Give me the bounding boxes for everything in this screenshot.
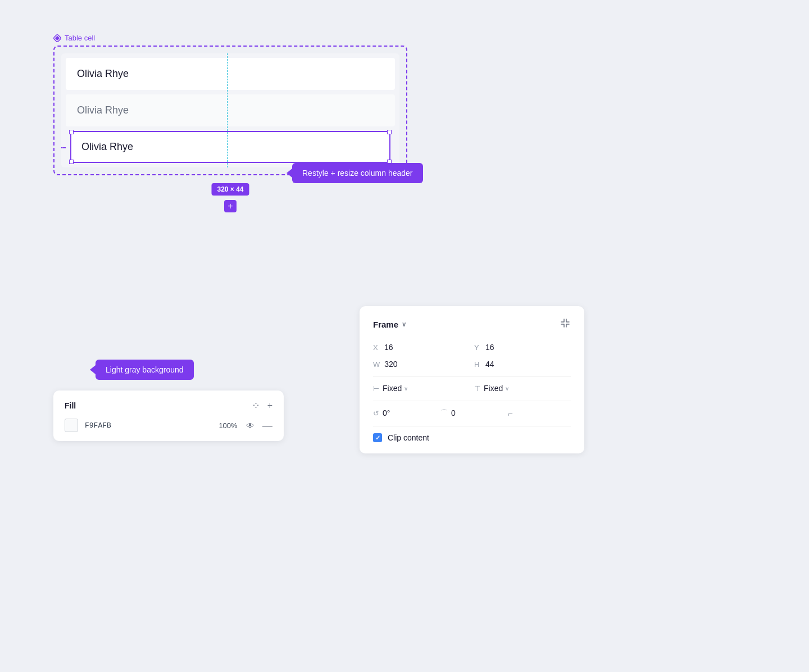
w-label: W <box>373 360 380 369</box>
left-dashed-indicator <box>61 147 66 148</box>
frame-panel-header: Frame ∨ <box>373 317 571 332</box>
add-icon[interactable]: + <box>224 200 237 212</box>
svg-rect-1 <box>55 35 60 40</box>
frame-xy-grid: X 16 Y 16 W 320 H 44 <box>373 343 571 369</box>
width-constraint-value: Fixed <box>383 384 402 393</box>
color-swatch[interactable] <box>65 419 78 432</box>
handle-tr <box>387 130 392 134</box>
clip-content-checkbox[interactable] <box>373 433 382 442</box>
table-row-3-selected: Olivia Rhye <box>70 131 390 163</box>
fill-label: Fill <box>65 401 76 410</box>
y-value: 16 <box>485 343 494 352</box>
rotation-value: 0° <box>383 408 390 417</box>
corner-radius-value: 0 <box>451 408 456 417</box>
fill-panel: Fill ⁘ + F9FAFB 100% 👁 — <box>53 391 284 441</box>
frame-w-field: W 320 <box>373 360 470 369</box>
height-constraint-icon: ⊤ <box>474 384 480 393</box>
frame-title: Frame ∨ <box>373 320 406 329</box>
fill-row-icons: 👁 — <box>246 420 272 432</box>
height-constraint-field: ⊤ Fixed ∨ <box>474 384 571 393</box>
width-constraint-chevron: ∨ <box>404 385 408 392</box>
width-constraint-field: ⊢ Fixed ∨ <box>373 384 470 393</box>
height-constraint-chevron: ∨ <box>505 385 509 392</box>
size-badge: 320 × 44 <box>211 183 249 196</box>
fill-add-icon[interactable]: + <box>267 401 272 411</box>
diamond-icon <box>53 34 61 42</box>
frame-x-field: X 16 <box>373 343 470 352</box>
table-row-1: Olivia Rhye <box>66 58 395 90</box>
h-value: 44 <box>485 360 494 369</box>
y-label: Y <box>474 343 481 352</box>
frame-panel: Frame ∨ X 16 Y 16 W 320 H 44 ⊢ <box>360 306 584 453</box>
clip-corners-icon: ⌐ <box>508 408 513 418</box>
table-row-2: Olivia Rhye <box>66 94 395 126</box>
tooltip-restyle: Restyle + resize column header <box>292 163 423 183</box>
divider-3 <box>373 426 571 426</box>
fill-header-icons: ⁘ + <box>252 399 272 412</box>
opacity-value: 100% <box>217 421 239 430</box>
fill-panel-header: Fill ⁘ + <box>65 399 272 412</box>
h-label: H <box>474 360 481 369</box>
height-constraint-dropdown[interactable]: Fixed ∨ <box>484 384 509 393</box>
table-cell-label: Table cell <box>53 34 407 42</box>
fill-minus-icon[interactable]: — <box>262 420 272 432</box>
fill-grid-icon[interactable]: ⁘ <box>252 399 261 412</box>
frame-angle-row: ↺ 0° ⌒ 0 ⌐ <box>373 408 571 418</box>
frame-h-field: H 44 <box>474 360 571 369</box>
height-constraint-value: Fixed <box>484 384 503 393</box>
table-cell-label-text: Table cell <box>65 34 95 42</box>
clip-content-label: Clip content <box>388 433 429 442</box>
corner-radius-field: ⌒ 0 <box>440 408 503 418</box>
diagram-area: Table cell Olivia Rhye Olivia Rhye Olivi… <box>53 34 407 175</box>
compress-icon[interactable] <box>560 317 571 332</box>
outer-dashed-container: Olivia Rhye Olivia Rhye Olivia Rhye 320 … <box>53 46 407 175</box>
handle-tl <box>69 130 74 134</box>
corner-radius-icon: ⌒ <box>440 408 448 418</box>
w-value: 320 <box>384 360 397 369</box>
guide-line <box>227 53 228 167</box>
clip-content-row: Clip content <box>373 433 571 442</box>
rotation-field: ↺ 0° <box>373 408 436 417</box>
frame-title-text: Frame <box>373 320 398 329</box>
fill-eye-icon[interactable]: 👁 <box>246 421 254 430</box>
fill-row: F9FAFB 100% 👁 — <box>65 419 272 432</box>
width-constraint-dropdown[interactable]: Fixed ∨ <box>383 384 408 393</box>
width-constraint-icon: ⊢ <box>373 384 379 393</box>
rotation-icon: ↺ <box>373 409 379 417</box>
hex-value: F9FAFB <box>85 421 210 430</box>
x-value: 16 <box>384 343 393 352</box>
clip-corners-field: ⌐ <box>508 408 571 418</box>
frame-chevron-icon[interactable]: ∨ <box>402 321 406 328</box>
selected-row-wrapper: Olivia Rhye <box>66 131 395 163</box>
inner-table-container: Olivia Rhye Olivia Rhye Olivia Rhye <box>61 53 399 167</box>
frame-y-field: Y 16 <box>474 343 571 352</box>
frame-constraint-row: ⊢ Fixed ∨ ⊤ Fixed ∨ <box>373 384 571 393</box>
tooltip-lightgray: Light gray background <box>96 360 194 380</box>
divider-2 <box>373 401 571 401</box>
handle-bl <box>69 160 74 164</box>
x-label: X <box>373 343 380 352</box>
divider-1 <box>373 376 571 377</box>
